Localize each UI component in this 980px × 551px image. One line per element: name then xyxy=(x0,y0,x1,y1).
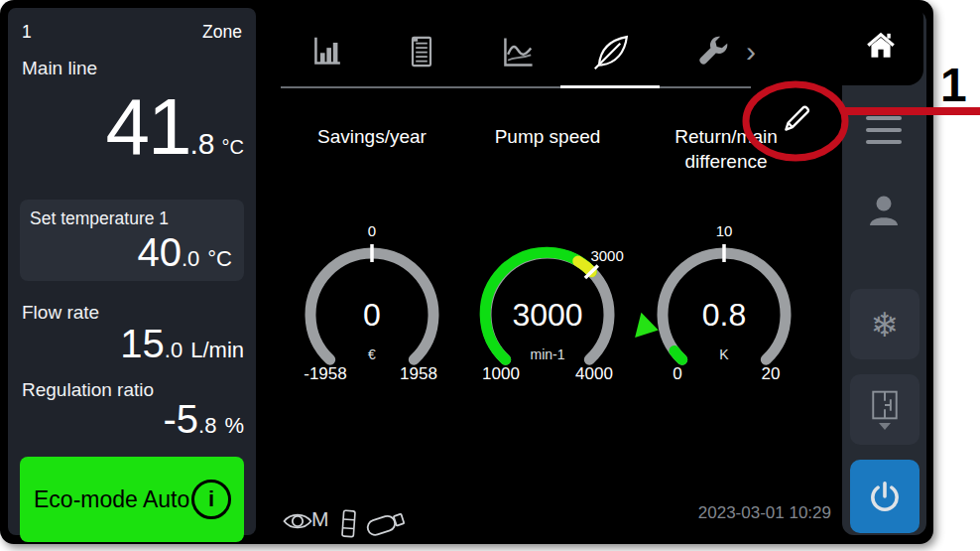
zone-panel: 1 Zone Main line 41 .8 °C Set temperatur… xyxy=(8,8,256,535)
user-button[interactable] xyxy=(867,195,901,228)
svg-text:1958: 1958 xyxy=(400,364,437,383)
eye-icon xyxy=(283,510,312,532)
set-temperature-card[interactable]: Set temperature 1 40 .0 °C xyxy=(20,200,244,281)
gauge-title-savings: Savings/year xyxy=(285,125,459,150)
set-temperature-int: 40 xyxy=(137,232,182,272)
regulation-ratio-label: Regulation ratio xyxy=(22,379,154,401)
tab-report[interactable] xyxy=(402,32,441,71)
svg-text:0: 0 xyxy=(368,223,376,239)
zones-icon xyxy=(869,389,901,421)
snowflake-icon: ❄ xyxy=(871,305,900,344)
main-line-value: 41 .8 °C xyxy=(106,89,244,165)
svg-text:0.8: 0.8 xyxy=(702,297,746,333)
svg-text:1000: 1000 xyxy=(482,364,520,383)
flow-rate-label: Flow rate xyxy=(22,302,99,324)
power-icon xyxy=(866,478,904,515)
regulation-ratio-unit: % xyxy=(224,413,244,439)
svg-text:min-1: min-1 xyxy=(530,346,564,362)
datetime-display: 2023-03-01 10:29 xyxy=(625,503,831,523)
eco-mode-label: Eco-mode Auto xyxy=(34,486,189,513)
zone-header: 1 Zone xyxy=(22,22,242,43)
menu-icon xyxy=(866,116,902,120)
set-temperature-value: 40 .0 °C xyxy=(137,232,232,272)
regulation-ratio-value: -5 .8 % xyxy=(164,399,245,439)
home-icon xyxy=(864,29,898,61)
regulation-ratio-int: -5 xyxy=(164,399,199,439)
svg-text:K: K xyxy=(719,346,729,362)
svg-text:0: 0 xyxy=(673,364,681,383)
annotation-label: 1 xyxy=(940,62,967,109)
tab-statistics[interactable] xyxy=(307,32,347,71)
svg-text:10: 10 xyxy=(716,223,733,239)
set-temperature-label: Set temperature 1 xyxy=(30,208,169,229)
usb-drive-icon xyxy=(365,507,409,539)
set-temperature-unit: °C xyxy=(207,246,232,272)
cooling-mode-button[interactable]: ❄ xyxy=(850,289,919,359)
trend-icon xyxy=(500,33,538,70)
svg-text:3000: 3000 xyxy=(512,297,582,333)
tab-eco[interactable] xyxy=(592,32,632,71)
gauge-return-diff: 100.8K020 xyxy=(637,223,811,398)
mode-indicator: M xyxy=(311,507,329,531)
main-line-label: Main line xyxy=(22,58,97,79)
power-button[interactable] xyxy=(850,460,919,533)
caret-down-icon xyxy=(879,423,891,430)
tab-settings[interactable] xyxy=(692,32,732,71)
leaf-icon xyxy=(593,33,631,70)
zone-label: Zone xyxy=(202,22,242,43)
gauge-savings: 00€-19581958 xyxy=(285,223,459,398)
svg-text:-1958: -1958 xyxy=(304,364,346,383)
flow-rate-dec: .0 xyxy=(165,338,183,363)
flow-rate-int: 15 xyxy=(120,324,165,363)
user-icon xyxy=(867,195,901,228)
main-line-unit: °C xyxy=(222,136,244,159)
zone-number: 1 xyxy=(22,22,32,43)
svg-text:4000: 4000 xyxy=(575,364,613,383)
regulation-ratio-dec: .8 xyxy=(198,413,216,439)
report-icon xyxy=(404,34,439,69)
svg-text:€: € xyxy=(368,346,376,362)
annotation-circle xyxy=(742,80,849,162)
eco-mode-button[interactable]: Eco-mode Auto i xyxy=(20,457,244,542)
tab-underline-active xyxy=(560,85,660,88)
screenshot-stage: 1 Zone Main line 41 .8 °C Set temperatur… xyxy=(0,0,980,551)
bar-chart-icon xyxy=(309,34,345,69)
wrench-icon xyxy=(695,35,729,69)
svg-text:0: 0 xyxy=(363,297,381,333)
tab-trend[interactable] xyxy=(499,32,539,71)
info-icon: i xyxy=(191,480,231,519)
flow-rate-unit: L/min xyxy=(190,338,244,363)
gauge-title-pump-speed: Pump speed xyxy=(460,125,635,150)
zones-button[interactable] xyxy=(850,374,919,445)
chevron-right-icon: › xyxy=(746,35,756,68)
svg-text:20: 20 xyxy=(762,364,781,383)
home-button[interactable] xyxy=(838,4,923,85)
gauge-pump-speed: 30003000min-110004000 xyxy=(460,223,635,398)
menu-button[interactable] xyxy=(866,116,902,144)
tab-underline xyxy=(281,86,751,88)
main-line-int: 41 xyxy=(106,89,190,165)
set-temperature-dec: .0 xyxy=(182,246,199,272)
flow-rate-value: 15 .0 L/min xyxy=(120,324,244,363)
module-icon xyxy=(340,508,358,538)
svg-text:3000: 3000 xyxy=(590,247,623,264)
main-line-dec: .8 xyxy=(190,127,215,161)
nav-sidebar xyxy=(842,10,926,535)
tabs-more-button[interactable]: › xyxy=(738,34,764,69)
